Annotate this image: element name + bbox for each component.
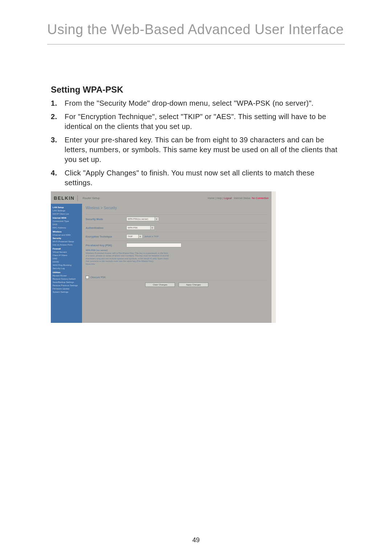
psk-label: Pre-shared Key (PSK) [86, 244, 126, 247]
router-setup-label: Router Setup [83, 196, 100, 200]
sidebar-item[interactable]: Client IP Filters [53, 254, 80, 257]
security-mode-select[interactable]: WPA-PSK(no server) ▾ [126, 217, 159, 221]
divider [86, 223, 268, 223]
step-item: For "Encryption Technique", select "TKIP… [51, 112, 341, 131]
desc-bold: WPA-PSK (no server) [86, 249, 108, 251]
obscure-psk-checkbox[interactable] [86, 276, 89, 279]
panel-breadcrumb: Wireless > Security [86, 206, 268, 210]
sidebar-item[interactable]: DNS [53, 223, 80, 226]
page-number: 49 [0, 536, 392, 544]
obscure-psk-row: Obscure PSK [86, 276, 268, 279]
top-right-links: Home | Help | Logout Internet Status: No… [208, 197, 269, 199]
divider [86, 240, 268, 241]
step-item: From the "Security Mode" drop-down menu,… [51, 98, 341, 108]
clear-changes-button[interactable]: Clear Changes [145, 283, 175, 287]
step-item: Click "Apply Changes" to finish. You mus… [51, 168, 341, 188]
sidebar-heading: Internet WAN [53, 216, 80, 220]
help-link[interactable]: Help [217, 197, 222, 199]
sidebar-item[interactable]: Use as Access Point [53, 243, 80, 247]
brand-logo: BELKIN [54, 195, 74, 201]
sidebar-item[interactable]: LAN Settings [53, 209, 80, 212]
content-body: Setting WPA-PSK From the "Security Mode"… [47, 85, 345, 323]
more-info-link[interactable]: More Info [86, 263, 95, 265]
authentication-label: Authentication [86, 227, 126, 229]
select-value: WPA-PSK(no server) [128, 218, 148, 220]
sidebar-item[interactable]: DHCP Client List [53, 212, 80, 216]
sidebar-item[interactable]: Firmware Update [53, 287, 80, 291]
chevron-down-icon: ▾ [155, 217, 158, 221]
sidebar-item[interactable]: Security Log [53, 267, 80, 270]
sidebar-item[interactable]: Restore Previous Settings [53, 284, 80, 287]
divider [86, 214, 268, 215]
sidebar-item[interactable]: Restart Router [53, 274, 80, 277]
security-mode-label: Security Mode [86, 218, 126, 220]
sidebar-item[interactable]: Virtual Servers [53, 251, 80, 254]
sidebar-item[interactable]: Connection Type [53, 220, 80, 223]
page-title: Using the Web-Based Advanced User Interf… [47, 22, 345, 45]
sidebar-item[interactable]: WAN Ping Blocking [53, 264, 80, 267]
internet-status-label: Internet Status: [234, 197, 251, 199]
sidebar-item[interactable]: Restore Factory Default [53, 277, 80, 281]
sidebar-heading: LAN Setup [53, 206, 80, 209]
steps-list: From the "Security Mode" drop-down menu,… [51, 98, 341, 188]
logout-link[interactable]: Logout [224, 197, 232, 199]
divider [86, 232, 268, 232]
sidebar-item[interactable]: System Settings [53, 291, 80, 294]
sidebar-item[interactable]: DMZ [53, 257, 80, 260]
psk-input[interactable] [126, 243, 181, 247]
authentication-select[interactable]: WPA-PSK ▾ [126, 226, 155, 230]
content-panel: Wireless > Security Security Mode WPA-PS… [82, 204, 271, 323]
section-heading: Setting WPA-PSK [51, 85, 341, 95]
encryption-label: Encryption Technique [86, 235, 126, 238]
sidebar-item[interactable]: Wi-Fi Protected Setup [53, 240, 80, 243]
select-value: TKIP [128, 235, 132, 238]
chevron-down-icon: ▾ [150, 226, 154, 230]
encryption-helper: default is TKIP [144, 235, 159, 238]
apply-changes-button[interactable]: Apply Changes [179, 283, 208, 287]
sidebar-heading: Utilities [53, 271, 80, 274]
desc-text: Wireless Protected Access with a Pre-Sha… [86, 252, 169, 263]
security-mode-row: Security Mode WPA-PSK(no server) ▾ [86, 217, 268, 221]
embed-header: BELKIN | Router Setup Home | Help | Logo… [51, 191, 271, 204]
select-value: WPA-PSK [128, 227, 138, 229]
encryption-row: Encryption Technique TKIP ▾ default is T… [86, 234, 268, 239]
scrollbar[interactable] [272, 319, 275, 323]
sidebar-item[interactable]: Channel and SSID [53, 234, 80, 237]
psk-row: Pre-shared Key (PSK) [86, 243, 268, 247]
step-item: Enter your pre-shared key. This can be f… [51, 135, 341, 165]
chevron-down-icon: ▾ [138, 235, 142, 238]
sidebar-heading: Firewall [53, 247, 80, 251]
sidebar-heading: Wireless [53, 230, 80, 234]
button-row: Clear Changes Apply Changes [86, 283, 268, 287]
embed-main: LAN SetupLAN SettingsDHCP Client ListInt… [51, 204, 271, 323]
sidebar: LAN SetupLAN SettingsDHCP Client ListInt… [51, 204, 82, 323]
description-block: WPA-PSK (no server) Wireless Protected A… [86, 249, 169, 265]
obscure-psk-label: Obscure PSK [90, 276, 106, 279]
sidebar-item[interactable]: MAC Address [53, 226, 80, 230]
embedded-screenshot: BELKIN | Router Setup Home | Help | Logo… [51, 191, 276, 323]
sidebar-item[interactable]: Save/Backup Settings [53, 281, 80, 284]
sidebar-item[interactable]: DDNS [53, 260, 80, 264]
sidebar-item[interactable]: Security [53, 237, 80, 240]
brand-separator: | [77, 195, 78, 201]
authentication-row: Authentication WPA-PSK ▾ [86, 226, 268, 230]
home-link[interactable]: Home [208, 197, 215, 199]
encryption-select[interactable]: TKIP ▾ [126, 234, 143, 239]
internet-status-value: No Connection [252, 197, 269, 199]
divider [86, 280, 268, 280]
